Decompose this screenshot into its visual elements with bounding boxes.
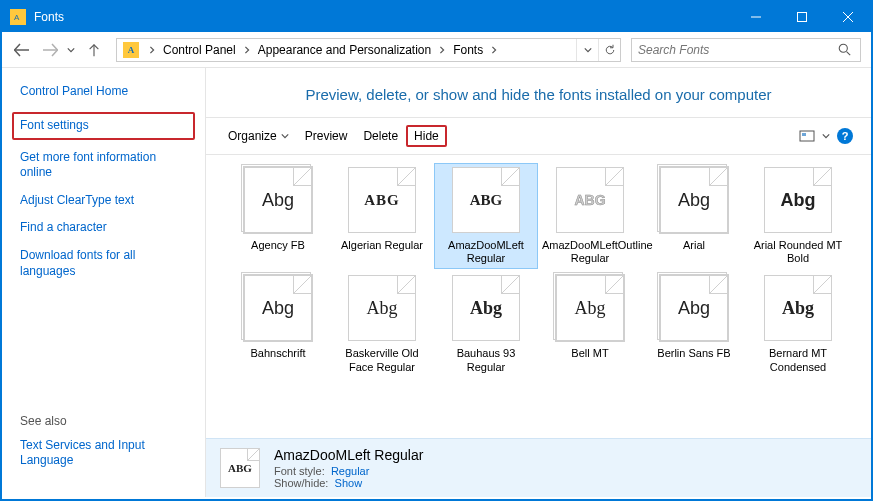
font-thumbnail: Abg — [452, 275, 520, 341]
font-thumbnail: Abg — [660, 275, 728, 341]
font-thumbnail: ABG — [556, 167, 624, 233]
refresh-button[interactable] — [598, 39, 620, 61]
page-title: Preview, delete, or show and hide the fo… — [206, 68, 871, 117]
fonts-folder-icon: A — [123, 42, 139, 58]
minimize-button[interactable] — [733, 2, 779, 32]
search-box[interactable] — [631, 38, 861, 62]
address-dropdown[interactable] — [576, 39, 598, 61]
toolbar: Organize Preview Delete Hide ? — [206, 117, 871, 155]
breadcrumb-item[interactable]: Control Panel — [159, 39, 240, 61]
sidebar-link-find-char[interactable]: Find a character — [20, 220, 187, 236]
font-item[interactable]: AbgBauhaus 93 Regular — [434, 271, 538, 377]
maximize-button[interactable] — [779, 2, 825, 32]
details-title: AmazDooMLeft Regular — [274, 447, 423, 463]
search-input[interactable] — [638, 43, 834, 57]
navbar: A Control Panel Appearance and Personali… — [2, 32, 871, 68]
search-icon[interactable] — [834, 43, 854, 56]
details-showhide[interactable]: Show — [335, 477, 363, 489]
control-panel-home-link[interactable]: Control Panel Home — [20, 84, 187, 98]
font-item[interactable]: AbgBaskerville Old Face Regular — [330, 271, 434, 377]
font-item[interactable]: AbgBell MT — [538, 271, 642, 377]
font-label: Bahnschrift — [250, 347, 305, 360]
organize-button[interactable]: Organize — [220, 125, 297, 147]
font-item[interactable]: AbgBernard MT Condensed — [746, 271, 850, 377]
font-label: Arial — [683, 239, 705, 252]
font-thumbnail: ABG — [348, 167, 416, 233]
font-item[interactable]: AbgAgency FB — [226, 163, 330, 269]
chevron-right-icon[interactable] — [435, 46, 449, 54]
font-thumbnail: Abg — [764, 167, 832, 233]
chevron-right-icon[interactable] — [145, 46, 159, 54]
preview-button[interactable]: Preview — [297, 125, 356, 147]
breadcrumb-item[interactable]: Appearance and Personalization — [254, 39, 435, 61]
breadcrumb-item[interactable]: Fonts — [449, 39, 487, 61]
font-label: Algerian Regular — [341, 239, 423, 252]
font-thumbnail: Abg — [244, 275, 312, 341]
details-thumbnail: ABG — [220, 448, 260, 488]
svg-rect-11 — [802, 133, 806, 136]
delete-button[interactable]: Delete — [355, 125, 406, 147]
font-label: AmazDooMLeft Regular — [438, 239, 534, 265]
font-thumbnail: Abg — [660, 167, 728, 233]
chevron-right-icon[interactable] — [240, 46, 254, 54]
sidebar-link-download-fonts[interactable]: Download fonts for all languages — [20, 248, 187, 279]
close-button[interactable] — [825, 2, 871, 32]
see-also-heading: See also — [20, 414, 187, 428]
font-label: Berlin Sans FB — [657, 347, 730, 360]
font-item[interactable]: AbgArial Rounded MT Bold — [746, 163, 850, 269]
font-label: Baskerville Old Face Regular — [334, 347, 430, 373]
font-item[interactable]: ABGAmazDooMLeft Regular — [434, 163, 538, 269]
font-thumbnail: ABG — [452, 167, 520, 233]
window-title: Fonts — [34, 10, 733, 24]
hide-button[interactable]: Hide — [406, 125, 447, 147]
font-label: Arial Rounded MT Bold — [750, 239, 846, 265]
font-thumbnail: Abg — [348, 275, 416, 341]
details-pane: ABG AmazDooMLeft Regular Font style: Reg… — [206, 438, 871, 497]
details-font-style[interactable]: Regular — [331, 465, 370, 477]
help-button[interactable]: ? — [833, 124, 857, 148]
sidebar: Control Panel Home Font settings Get mor… — [2, 68, 206, 497]
address-bar[interactable]: A Control Panel Appearance and Personali… — [116, 38, 621, 62]
fonts-folder-icon: A — [10, 9, 26, 25]
up-button[interactable] — [82, 38, 106, 62]
view-dropdown[interactable] — [819, 124, 833, 148]
font-label: Bauhaus 93 Regular — [438, 347, 534, 373]
sidebar-link-font-settings[interactable]: Font settings — [12, 112, 195, 140]
chevron-right-icon[interactable] — [487, 46, 501, 54]
forward-button[interactable] — [36, 36, 64, 64]
back-button[interactable] — [8, 36, 36, 64]
font-item[interactable]: ABGAlgerian Regular — [330, 163, 434, 269]
sidebar-link-more-info[interactable]: Get more font information online — [20, 150, 187, 181]
view-options-button[interactable] — [795, 124, 819, 148]
font-grid: AbgAgency FBABGAlgerian RegularABGAmazDo… — [206, 155, 871, 438]
sidebar-link-text-services[interactable]: Text Services and Input Language — [20, 438, 187, 469]
font-item[interactable]: AbgBahnschrift — [226, 271, 330, 377]
font-label: AmazDooMLeftOutline Regular — [542, 239, 638, 265]
font-item[interactable]: AbgArial — [642, 163, 746, 269]
font-label: Agency FB — [251, 239, 305, 252]
font-thumbnail: Abg — [764, 275, 832, 341]
font-label: Bell MT — [571, 347, 608, 360]
font-item[interactable]: ABGAmazDooMLeftOutline Regular — [538, 163, 642, 269]
svg-text:A: A — [14, 13, 20, 22]
svg-line-9 — [846, 52, 850, 56]
font-label: Bernard MT Condensed — [750, 347, 846, 373]
titlebar: A Fonts — [2, 2, 871, 32]
sidebar-link-cleartype[interactable]: Adjust ClearType text — [20, 193, 187, 209]
svg-point-8 — [839, 44, 847, 52]
svg-rect-2 — [798, 13, 807, 22]
font-item[interactable]: AbgBerlin Sans FB — [642, 271, 746, 377]
font-thumbnail: Abg — [244, 167, 312, 233]
recent-dropdown[interactable] — [64, 36, 78, 64]
font-thumbnail: Abg — [556, 275, 624, 341]
